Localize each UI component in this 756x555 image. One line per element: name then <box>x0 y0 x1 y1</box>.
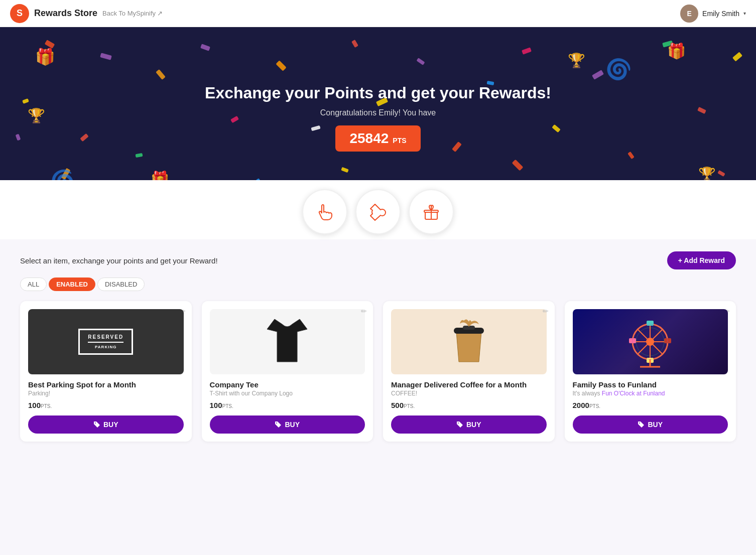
gift-icon-3: 🎁 <box>667 42 686 60</box>
buy-label-coffee: BUY <box>466 421 481 429</box>
confetti-piece <box>512 160 524 171</box>
confetti-piece <box>311 125 320 131</box>
tag-icon <box>638 421 645 428</box>
logo-icon: S <box>10 4 29 23</box>
add-reward-button[interactable]: + Add Reward <box>667 251 736 269</box>
back-to-myspinify-link[interactable]: Back To MySpinify ↗ <box>102 10 163 17</box>
svg-rect-11 <box>647 321 654 326</box>
avatar: E <box>680 5 698 23</box>
points-badge: 25842 PTS <box>335 125 420 152</box>
card-price-tshirt: 100PTS. <box>210 401 365 409</box>
tag-icon <box>93 421 100 428</box>
hero-subtitle: Congratulations Emily! You have <box>320 108 436 117</box>
pts-label: PTS <box>393 136 406 145</box>
curl-2: 🌀 <box>601 53 635 86</box>
price-value-funland: 2000 <box>573 401 589 409</box>
header-left: S Rewards Store Back To MySpinify ↗ <box>10 4 163 23</box>
pts-parking: PTS. <box>41 403 52 409</box>
user-menu[interactable]: E Emily Smith ▾ <box>680 5 746 23</box>
confetti-piece <box>22 98 29 104</box>
card-subtitle-tshirt: T-Shirt with our Company Logo <box>210 390 365 397</box>
confetti-piece <box>697 107 706 114</box>
card-image-funland <box>573 309 728 374</box>
confetti-piece <box>276 60 286 71</box>
brand-name: Rewards Store <box>34 8 97 19</box>
buy-button-tshirt[interactable]: BUY <box>210 415 365 434</box>
card-subtitle-funland: It's always Fun O'Clock at Funland <box>573 390 728 397</box>
gift-icon-1: 🎁 <box>35 47 55 66</box>
price-value-tshirt: 100 <box>210 401 222 409</box>
tag-icon <box>456 421 463 428</box>
tag-icon <box>275 421 282 428</box>
filter-tab-enabled[interactable]: ENABLED <box>49 278 95 291</box>
chevron-down-icon: ▾ <box>743 11 746 16</box>
category-tickets[interactable] <box>355 189 401 234</box>
price-value-parking: 100 <box>28 401 41 409</box>
card-image-tshirt <box>210 309 365 374</box>
hand-pointer-icon <box>315 202 335 222</box>
confetti-piece <box>732 52 742 61</box>
category-row <box>0 180 756 239</box>
confetti-piece <box>341 167 349 173</box>
buy-label-funland: BUY <box>648 421 663 429</box>
filter-tab-all[interactable]: ALL <box>20 278 47 291</box>
confetti-piece <box>717 170 725 177</box>
card-price-coffee: 500PTS. <box>391 401 547 409</box>
card-price-parking: 100PTS. <box>28 401 184 409</box>
filter-tabs: ALL ENABLED DISABLED <box>20 278 736 291</box>
card-price-funland: 2000PTS. <box>573 401 728 409</box>
tshirt-graphic <box>265 314 310 369</box>
buy-label-tshirt: BUY <box>285 421 300 429</box>
buy-label-parking: BUY <box>103 421 118 429</box>
filter-tab-disabled[interactable]: DISABLED <box>97 278 145 291</box>
confetti-piece <box>627 152 635 159</box>
confetti-piece <box>522 47 532 55</box>
card-edit-icon-tshirt[interactable]: ✏ <box>361 307 367 315</box>
funland-link[interactable]: Fun O'Clock at Funland <box>602 390 665 397</box>
confetti-piece <box>156 69 166 80</box>
buy-button-coffee[interactable]: BUY <box>391 415 547 434</box>
buy-button-parking[interactable]: BUY <box>28 415 184 434</box>
confetti-piece <box>230 116 239 123</box>
confetti-piece <box>16 134 21 141</box>
section-header: Select an item, exchange your points and… <box>20 251 736 269</box>
card-subtitle-coffee: COFFEE! <box>391 390 547 397</box>
pts-tshirt: PTS. <box>222 403 233 409</box>
ferriswheel-graphic <box>622 314 678 369</box>
gift-box-icon <box>421 201 442 222</box>
ticket-icon <box>367 201 389 222</box>
card-edit-icon-coffee[interactable]: ✏ <box>543 307 549 315</box>
trophy-icon-1: 🏆 <box>28 107 45 124</box>
reward-card-funland: ✏ <box>565 301 736 442</box>
buy-button-funland[interactable]: BUY <box>573 415 728 434</box>
category-gifts[interactable] <box>409 189 454 234</box>
coffee-graphic <box>449 317 489 367</box>
card-title-funland: Family Pass to Funland <box>573 380 728 389</box>
section-title: Select an item, exchange your points and… <box>20 256 218 265</box>
add-reward-label: + Add Reward <box>678 256 725 264</box>
pts-coffee: PTS. <box>404 403 415 409</box>
reward-card-parking: ✏ RESERVED PARKING Best Parking Spot for… <box>20 301 192 442</box>
price-value-coffee: 500 <box>391 401 404 409</box>
category-all[interactable] <box>302 189 347 234</box>
card-title-tshirt: Company Tee <box>210 380 365 389</box>
confetti-piece <box>100 53 112 60</box>
confetti-piece <box>552 124 560 132</box>
user-name: Emily Smith <box>702 10 739 18</box>
reward-card-tshirt: ✏ Company Tee T-Shirt with our Company L… <box>202 301 373 442</box>
confetti-piece <box>80 133 88 142</box>
confetti-piece <box>135 153 143 158</box>
confetti-piece <box>452 142 462 152</box>
confetti-piece <box>416 58 425 65</box>
points-value: 25842 <box>349 130 389 147</box>
confetti-piece <box>351 40 358 48</box>
card-title-coffee: Manager Delivered Coffee for a Month <box>391 380 547 389</box>
confetti-piece <box>200 44 210 51</box>
main-content: Select an item, exchange your points and… <box>0 239 756 454</box>
hero-title: Exchange your Points and get your Reward… <box>205 84 551 102</box>
card-image-parking: RESERVED PARKING <box>28 309 184 374</box>
reward-card-coffee: ✏ Manager Delivered Coffee for a Month <box>383 301 555 442</box>
header: S Rewards Store Back To MySpinify ↗ E Em… <box>0 0 756 27</box>
external-link-icon: ↗ <box>157 10 163 17</box>
trophy-icon-2: 🏆 <box>568 52 585 69</box>
